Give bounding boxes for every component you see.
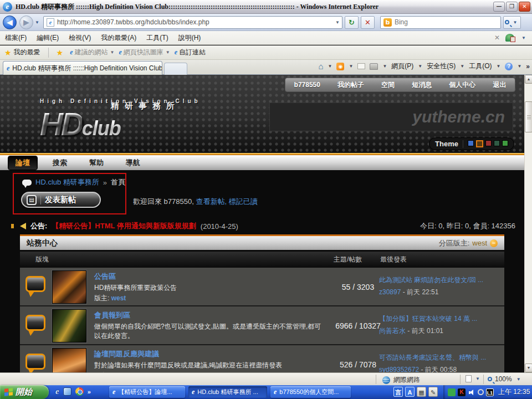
ime-mode-icon[interactable]: A — [405, 387, 415, 397]
usernav-logout[interactable]: 退出 — [493, 80, 506, 90]
page-dropdown-icon[interactable]: ▼ — [418, 64, 422, 69]
nav-tab-guide[interactable]: 導航 — [119, 156, 147, 170]
quicklaunch-overflow-icon[interactable]: » — [88, 388, 91, 395]
close-button[interactable]: ✕ — [519, 2, 530, 12]
print-icon[interactable] — [370, 63, 378, 70]
history-dropdown-icon[interactable]: ▼ — [35, 20, 39, 25]
vertical-scrollbar[interactable]: ▲ ▼ — [524, 75, 532, 372]
new-tab-button[interactable] — [164, 63, 187, 75]
zoom-dropdown-icon[interactable]: ▼ — [516, 377, 521, 382]
snapshot-dropdown-icon[interactable]: ▼ — [521, 35, 526, 40]
address-bar[interactable]: e ▼ — [43, 16, 342, 29]
category-moderator-link[interactable]: west — [472, 239, 487, 247]
mail-icon[interactable] — [357, 63, 365, 69]
forum-title-link[interactable]: 論壇問題反應與建議 — [94, 349, 321, 359]
protected-mode-icon[interactable] — [466, 375, 472, 382]
home-icon[interactable]: ⌂ — [318, 62, 323, 71]
forum-title-link[interactable]: 會員報到區 — [94, 310, 321, 320]
forum-thumbnail[interactable] — [52, 348, 86, 372]
mark-read-link[interactable]: 標記已讀 — [229, 197, 258, 206]
commandbar-overflow-icon[interactable]: » — [526, 63, 530, 70]
last-post-user-link[interactable]: 尚善若水 — [379, 327, 406, 335]
tools-dropdown-icon[interactable]: ▼ — [496, 64, 500, 69]
web-slice-link[interactable]: 網頁快訊圖庫 — [124, 48, 163, 57]
search-dropdown-icon[interactable]: ▼ — [513, 20, 517, 25]
restore-button[interactable]: ❐ — [506, 2, 518, 12]
theme-swatch-teal[interactable] — [494, 140, 500, 146]
home-dropdown-icon[interactable]: ▼ — [328, 64, 332, 69]
ad-banner[interactable]: yutheme.cn — [269, 103, 513, 131]
suggested-sites-link[interactable]: 建議的網站 — [74, 48, 108, 57]
last-post-title-link[interactable]: 可否請站長考慮設定名聲、精幣與 ... — [379, 353, 500, 362]
favorites-star-icon[interactable]: ★ — [4, 48, 12, 57]
search-box[interactable]: b — [380, 16, 501, 29]
theme-swatch-blue[interactable] — [468, 140, 474, 146]
usernav-username[interactable]: b778550 — [294, 81, 320, 89]
add-favorite-icon[interactable]: ★ — [57, 48, 64, 57]
address-dropdown-icon[interactable]: ▼ — [333, 20, 342, 25]
ime-language-icon[interactable]: 言 — [393, 387, 403, 397]
custom-links-link[interactable]: 自訂連結 — [179, 48, 206, 57]
start-button[interactable]: 開始 — [0, 385, 49, 399]
menu-edit[interactable]: 編輯(E) — [32, 33, 64, 43]
forum-thumbnail[interactable] — [52, 309, 86, 342]
forum-thumbnail[interactable] — [52, 270, 86, 304]
search-button[interactable]: ▼ — [503, 16, 521, 29]
nav-tab-help[interactable]: 幫助 — [82, 156, 111, 170]
quicklaunch-ie-icon[interactable]: e — [55, 387, 59, 396]
rss-dropdown-icon[interactable]: ▼ — [349, 64, 353, 69]
protected-mode-dropdown-icon[interactable]: ▼ — [475, 376, 480, 381]
favorites-label[interactable]: 我的最愛 — [14, 48, 40, 57]
help-icon[interactable]: ? — [505, 63, 513, 70]
announcement-link[interactable]: 【精研公告】HTML 停用通知與新版版規規劃 — [52, 221, 196, 231]
last-post-title-link[interactable]: 此為測試站 麻煩請勿在此發文/回 ... — [379, 275, 500, 285]
new-post-button[interactable]: ▤ 发表新帖 — [21, 192, 101, 208]
breadcrumb-site-link[interactable]: HD.club 精研事務所 — [35, 177, 99, 187]
stop-button[interactable]: ✕ — [361, 16, 375, 29]
site-logo[interactable]: High Definition Vision Club HDclub 精研事務所 — [40, 98, 201, 142]
theme-swatch-green[interactable] — [502, 140, 508, 146]
view-new-posts-link[interactable]: 查看新帖, — [196, 197, 227, 206]
ime-pen-icon[interactable]: ✎ — [428, 387, 438, 397]
menu-favorites[interactable]: 我的最愛(A) — [96, 33, 141, 43]
usernav-user-center[interactable]: 個人中心 — [449, 80, 475, 90]
last-post-user-link[interactable]: syd89352672 — [379, 366, 419, 372]
forward-button[interactable]: ▶ — [19, 16, 33, 29]
menu-tools[interactable]: 工具(T) — [141, 33, 173, 43]
scroll-up-icon[interactable]: ▲ — [525, 75, 532, 84]
tray-green-app-icon[interactable] — [448, 388, 456, 396]
task-button-hdclub-active[interactable]: e HD.club 精研事務所 ... — [188, 386, 267, 398]
task-button-userspace[interactable]: e b778550的個人空間... — [270, 386, 351, 398]
command-tools[interactable]: 工具(O) — [469, 62, 492, 71]
scrollbar-thumb[interactable] — [525, 101, 532, 132]
web-slice-dropdown-icon[interactable]: ▼ — [166, 50, 170, 55]
last-post-user-link[interactable]: z30897 — [379, 288, 401, 296]
last-post-title-link[interactable]: 【加分版】狂賀本站突破 14 萬 ... — [379, 314, 500, 324]
refresh-button[interactable]: ↻ — [345, 16, 359, 29]
suggested-sites-dropdown-icon[interactable]: ▼ — [110, 50, 114, 55]
menu-view[interactable]: 檢視(V) — [64, 33, 96, 43]
nav-tab-search[interactable]: 搜索 — [45, 156, 74, 170]
command-page[interactable]: 網頁(P) — [391, 62, 413, 71]
zoom-level[interactable]: 100% — [495, 375, 512, 383]
command-safety[interactable]: 安全性(S) — [427, 62, 456, 71]
nav-tab-forum[interactable]: 論壇 — [8, 156, 38, 170]
collapse-icon[interactable]: – — [490, 239, 498, 247]
help-dropdown-icon[interactable]: ▼ — [517, 64, 521, 69]
minimize-button[interactable]: — — [493, 2, 505, 12]
tray-antivirus-icon[interactable]: K — [458, 388, 466, 396]
snapshot-tool-icon[interactable] — [505, 34, 514, 42]
tray-volume-icon[interactable] — [468, 388, 475, 396]
tray-status-icon[interactable] — [478, 389, 484, 395]
quicklaunch-browser-icon[interactable] — [75, 387, 84, 396]
search-input[interactable] — [395, 18, 500, 26]
usernav-space[interactable]: 空間 — [381, 80, 395, 90]
address-input[interactable] — [57, 18, 333, 26]
print-dropdown-icon[interactable]: ▼ — [382, 64, 387, 69]
tray-monitor-icon[interactable]: L1 — [486, 388, 494, 396]
back-button[interactable]: ◀ — [3, 16, 17, 29]
safety-dropdown-icon[interactable]: ▼ — [460, 64, 464, 69]
usernav-messages[interactable]: 短消息 — [412, 80, 432, 90]
menu-file[interactable]: 檔案(F) — [0, 33, 32, 43]
moderator-link[interactable]: west — [111, 294, 126, 302]
